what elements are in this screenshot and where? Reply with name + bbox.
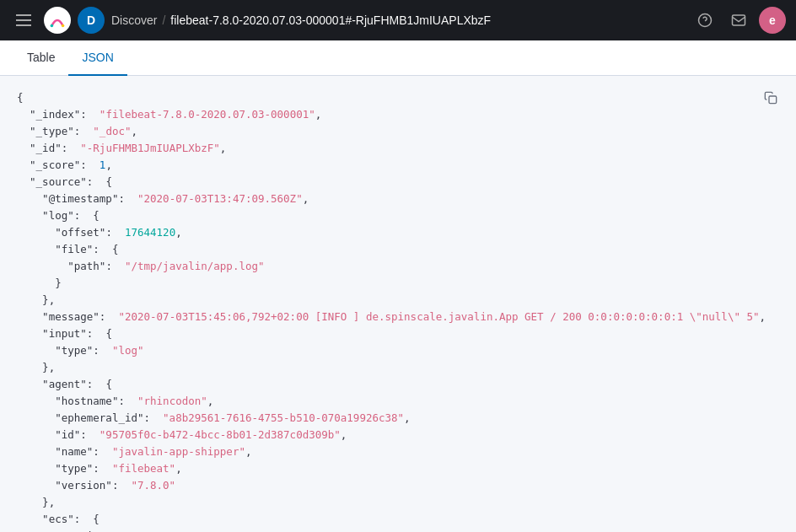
user-avatar-d[interactable]: D [78, 7, 105, 34]
help-button[interactable] [691, 7, 718, 34]
svg-rect-2 [16, 24, 31, 26]
tabs-bar: Table JSON [0, 40, 796, 76]
svg-rect-8 [733, 15, 745, 25]
tab-table[interactable]: Table [13, 40, 68, 76]
mail-button[interactable] [725, 7, 752, 34]
svg-point-4 [51, 24, 54, 28]
svg-rect-0 [16, 14, 31, 16]
hamburger-menu-button[interactable] [10, 7, 37, 34]
svg-point-5 [62, 24, 65, 28]
svg-rect-1 [16, 19, 31, 21]
breadcrumb: Discover / filebeat-7.8.0-2020.07.03-000… [111, 13, 491, 27]
json-pre: { "_index": "filebeat-7.8.0-2020.07.03-0… [17, 89, 779, 532]
svg-rect-9 [769, 96, 777, 104]
breadcrumb-discover[interactable]: Discover [111, 13, 157, 27]
breadcrumb-current: filebeat-7.8.0-2020.07.03-000001#-RjuFHM… [170, 13, 491, 27]
kibana-logo [44, 7, 71, 34]
tab-json[interactable]: JSON [68, 40, 126, 76]
copy-button[interactable] [759, 86, 783, 110]
json-content-area: { "_index": "filebeat-7.8.0-2020.07.03-0… [0, 76, 796, 532]
user-avatar-e[interactable]: e [759, 7, 786, 34]
top-nav: D Discover / filebeat-7.8.0-2020.07.03-0… [0, 0, 796, 40]
breadcrumb-separator: / [162, 13, 165, 27]
